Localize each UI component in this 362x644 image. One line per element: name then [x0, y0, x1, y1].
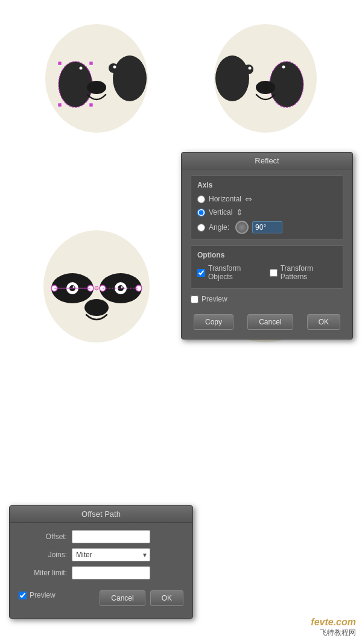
joins-select[interactable]: Miter Round Bevel — [72, 548, 150, 561]
svg-point-17 — [278, 63, 287, 73]
options-label: Options — [197, 251, 337, 259]
offset-ok-button[interactable]: OK — [150, 590, 183, 606]
left-dog-face — [36, 15, 157, 142]
watermark: fevte.com 飞特教程网 — [311, 617, 356, 638]
svg-rect-10 — [58, 103, 62, 107]
copy-button[interactable]: Copy — [194, 314, 233, 330]
svg-rect-8 — [58, 62, 62, 65]
svg-point-18 — [282, 66, 285, 69]
offset-field-row: Offset: -1 px — [19, 530, 183, 543]
cancel-button[interactable]: Cancel — [247, 314, 293, 330]
offset-preview-checkbox[interactable] — [19, 592, 27, 599]
svg-point-5 — [109, 63, 118, 73]
joins-select-wrapper: Miter Round Bevel ▼ — [72, 548, 150, 561]
horizontal-label: Horizontal — [209, 195, 241, 203]
svg-point-15 — [244, 65, 253, 74]
joins-label: Joins: — [19, 551, 67, 559]
svg-rect-9 — [89, 62, 93, 65]
transform-patterns-label: Transform Patterns — [281, 264, 337, 281]
svg-point-7 — [87, 81, 106, 94]
reflect-dialog: Reflect Axis Horizontal ⇔ Vertical ⇕ Ang… — [181, 152, 353, 339]
axis-label: Axis — [197, 181, 337, 189]
watermark-url: fevte.com — [311, 617, 356, 628]
transform-objects-row[interactable]: Transform Objects Transform Patterns — [197, 264, 337, 281]
svg-point-13 — [215, 55, 249, 101]
offset-cancel-button[interactable]: Cancel — [100, 590, 145, 606]
watermark-name: 飞特教程网 — [311, 628, 356, 638]
svg-point-4 — [80, 67, 83, 70]
offset-preview-label: Preview — [30, 591, 56, 599]
right-dog-face — [205, 15, 326, 142]
horizontal-icon: ⇔ — [245, 194, 252, 204]
vertical-radio-row[interactable]: Vertical ⇕ — [197, 207, 337, 217]
svg-point-28 — [121, 286, 123, 288]
transform-objects-checkbox[interactable] — [197, 269, 205, 277]
offset-dialog-buttons: Cancel OK — [56, 590, 183, 606]
svg-point-26 — [73, 286, 75, 288]
angle-input[interactable]: 90° — [252, 221, 282, 233]
angle-row: Angle: 90° — [197, 221, 337, 234]
offset-dialog-title: Offset Path — [10, 506, 192, 523]
preview-checkbox[interactable] — [191, 295, 198, 303]
vertical-radio[interactable] — [197, 209, 205, 216]
top-faces-section — [0, 0, 362, 157]
miter-limit-label: Miter limit: — [19, 569, 67, 577]
reflect-dialog-title: Reflect — [182, 153, 352, 169]
reflect-axis-section: Axis Horizontal ⇔ Vertical ⇕ Angle: 90° — [191, 175, 343, 239]
svg-point-16 — [249, 67, 252, 70]
preview-label: Preview — [202, 295, 227, 303]
vertical-label: Vertical — [209, 208, 232, 216]
preview-row[interactable]: Preview — [191, 295, 343, 308]
miter-limit-input[interactable]: 4 — [72, 566, 150, 579]
offset-label: Offset: — [19, 532, 67, 541]
svg-rect-11 — [89, 103, 93, 107]
reflect-options-section: Options Transform Objects Transform Patt… — [191, 245, 343, 289]
ok-button[interactable]: OK — [307, 314, 340, 330]
offset-input[interactable]: -1 px — [72, 530, 150, 543]
svg-point-29 — [84, 299, 109, 316]
left-panda-face — [36, 223, 157, 350]
horizontal-radio[interactable] — [197, 195, 205, 203]
svg-point-19 — [256, 81, 275, 94]
horizontal-radio-row[interactable]: Horizontal ⇔ — [197, 194, 337, 204]
offset-path-dialog: Offset Path Offset: -1 px Joins: Miter R… — [9, 505, 193, 619]
svg-point-3 — [75, 65, 84, 74]
transform-objects-label: Transform Objects — [208, 264, 262, 281]
vertical-icon: ⇕ — [236, 207, 243, 217]
svg-point-36 — [95, 286, 98, 290]
angle-label: Angle: — [209, 223, 229, 232]
transform-patterns-checkbox[interactable] — [270, 269, 278, 277]
svg-point-2 — [113, 55, 147, 101]
angle-dial — [235, 221, 249, 234]
offset-preview-row[interactable]: Preview Cancel OK — [19, 584, 183, 606]
angle-radio[interactable] — [197, 224, 205, 232]
reflect-dialog-buttons: Copy Cancel OK — [191, 314, 343, 333]
miter-limit-row: Miter limit: 4 — [19, 566, 183, 579]
joins-field-row: Joins: Miter Round Bevel ▼ — [19, 548, 183, 561]
svg-point-6 — [113, 66, 116, 69]
